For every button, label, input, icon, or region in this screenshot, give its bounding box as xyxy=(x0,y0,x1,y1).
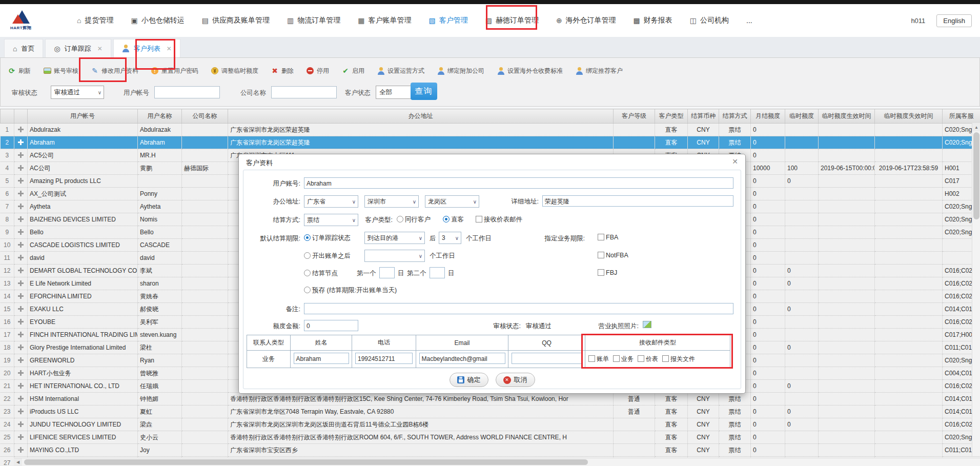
nav-item-1[interactable]: ⌂提货管理 xyxy=(77,16,113,25)
expand-plus-icon[interactable] xyxy=(18,139,24,145)
grid-column-header[interactable]: 用户帐号 xyxy=(28,109,138,124)
expand-plus-icon[interactable] xyxy=(18,255,24,260)
expand-plus-icon[interactable] xyxy=(18,306,24,312)
expand-plus-icon[interactable] xyxy=(18,127,24,132)
mail-type-checkbox-1[interactable]: 账单 xyxy=(588,355,609,362)
language-button[interactable]: English xyxy=(936,14,972,27)
mail-type-checkbox-4[interactable]: 报关文件 xyxy=(662,355,695,362)
expand-plus-icon[interactable] xyxy=(18,421,24,427)
grid-column-header[interactable] xyxy=(1,109,14,124)
prepay-radio[interactable]: 预存 (结算期限:开出账单当天) xyxy=(304,286,397,295)
tab-2[interactable]: ◎订单跟踪✕ xyxy=(45,39,111,57)
expand-plus-icon[interactable] xyxy=(18,216,24,222)
expand-plus-icon[interactable] xyxy=(18,409,24,414)
table-row[interactable]: 23iProducts US LLC夏虹广东省深圳市龙华区7048 Terrap… xyxy=(1,406,980,418)
expand-plus-icon[interactable] xyxy=(18,280,24,286)
expand-plus-icon[interactable] xyxy=(18,345,24,350)
mail-type-checkbox-2[interactable]: 业务 xyxy=(613,355,634,362)
table-row[interactable]: 25LIFENICE SERVICES LIMITED史小云香港特别行政区香港特… xyxy=(1,431,980,444)
grid-column-header[interactable]: 结算币种 xyxy=(688,109,719,124)
query-button[interactable]: 查询 xyxy=(411,83,437,100)
expand-plus-icon[interactable] xyxy=(18,204,24,209)
toolbar-button-11[interactable]: 设置海外仓收费标准 xyxy=(497,67,563,75)
grid-column-header[interactable]: 公司名称 xyxy=(182,109,228,124)
horizontal-scrollbar[interactable]: ◀ xyxy=(14,458,980,466)
table-row[interactable]: 2AbrahamAbraham广东省深圳市龙岗区荣超英隆直客CNY票结0C020… xyxy=(1,136,980,149)
grid-column-header[interactable]: 临时额度生效时间 xyxy=(819,109,875,124)
nav-item-10[interactable]: ◫公司机构 xyxy=(690,16,729,25)
toolbar-button-4[interactable]: !重置用户密码 xyxy=(151,67,198,75)
expand-plus-icon[interactable] xyxy=(18,383,24,389)
account-input[interactable]: Abraham xyxy=(304,177,733,189)
tab-close-icon[interactable]: ✕ xyxy=(97,45,103,52)
contact-email-input[interactable]: Macbeylandtech@gmail xyxy=(419,353,505,364)
toolbar-button-10[interactable]: 绑定附加公司 xyxy=(437,67,484,75)
province-select[interactable]: 广东省∨ xyxy=(304,195,358,208)
district-select[interactable]: 龙岗区∨ xyxy=(425,195,479,208)
second-day-input[interactable] xyxy=(430,267,445,278)
nav-item-3[interactable]: ▤供应商及账单管理 xyxy=(202,16,270,25)
contact-name-input[interactable]: Abraham xyxy=(294,353,349,364)
confirm-button[interactable]: 确定 xyxy=(450,373,488,387)
tab-close-icon[interactable]: ✕ xyxy=(167,45,172,52)
expand-plus-icon[interactable] xyxy=(18,332,24,337)
settle-node-radio[interactable]: 结算节点 xyxy=(304,269,338,278)
nav-item-11[interactable]: ... xyxy=(746,16,752,25)
toolbar-button-6[interactable]: ✖删除 xyxy=(271,67,294,75)
table-row[interactable]: 24JUNDU TECHNOLOGY LIMITED梁垚广东省深圳市龙岗区深圳市… xyxy=(1,418,980,431)
expand-plus-icon[interactable] xyxy=(18,268,24,273)
grid-column-header[interactable]: 用户名称 xyxy=(138,109,182,124)
peer-customer-radio[interactable]: 同行客户 xyxy=(397,215,431,224)
nav-item-2[interactable]: ▣小包仓储转运 xyxy=(131,16,184,25)
remark-input[interactable] xyxy=(304,303,733,314)
contact-qq-input[interactable] xyxy=(512,353,582,364)
fbj-checkbox[interactable]: FBJ xyxy=(598,269,617,276)
vertical-scrollbar[interactable]: ▲ xyxy=(972,123,980,456)
expand-plus-icon[interactable] xyxy=(18,293,24,299)
expand-plus-icon[interactable] xyxy=(18,319,24,325)
expand-plus-icon[interactable] xyxy=(18,165,24,171)
contact-phone-input[interactable]: 19924512711 xyxy=(355,353,413,364)
nav-item-6[interactable]: ▧客户管理 xyxy=(428,16,467,25)
expand-plus-icon[interactable] xyxy=(18,229,24,235)
table-row[interactable]: 22HSM International钟艳媚香港特别行政区香港特别行政区香港特别… xyxy=(1,393,980,406)
close-icon[interactable]: ✕ xyxy=(732,157,738,166)
tab-1[interactable]: ⌂首页 xyxy=(4,39,43,57)
grid-column-header[interactable]: 月结额度 xyxy=(751,109,785,124)
expand-plus-icon[interactable] xyxy=(18,242,24,248)
expand-plus-icon[interactable] xyxy=(18,357,24,363)
bill-after-radio[interactable]: 开出账单之后 xyxy=(304,252,351,260)
nav-item-9[interactable]: ▩财务报表 xyxy=(634,16,672,25)
cancel-button[interactable]: ✕取消 xyxy=(496,373,535,387)
horizontal-scroll-thumb[interactable] xyxy=(24,459,588,465)
grid-column-header[interactable]: 临时额度失效时间 xyxy=(875,109,943,124)
city-select[interactable]: 深圳市∨ xyxy=(364,195,419,208)
nav-item-7[interactable]: ▨赫德订单管理 xyxy=(485,16,539,25)
vertical-scroll-thumb[interactable] xyxy=(973,132,979,219)
notfba-checkbox[interactable]: NotFBA xyxy=(598,252,628,259)
tab-3[interactable]: 客户列表✕ xyxy=(113,39,180,57)
expand-plus-icon[interactable] xyxy=(18,370,24,376)
grid-column-header[interactable]: 临时额度 xyxy=(785,109,819,124)
grid-column-header[interactable]: 办公地址 xyxy=(228,109,614,124)
grid-column-header[interactable]: 客户类型 xyxy=(655,109,688,124)
expand-plus-icon[interactable] xyxy=(18,396,24,401)
grid-column-header[interactable]: 结算方式 xyxy=(719,109,751,124)
scroll-up-icon[interactable]: ▲ xyxy=(972,123,980,131)
business-license-thumbnail[interactable] xyxy=(643,321,651,328)
scroll-left-icon[interactable]: ◀ xyxy=(14,458,22,466)
company-filter-input[interactable] xyxy=(271,86,337,98)
price-mail-checkbox[interactable]: 接收价表邮件 xyxy=(476,215,522,224)
expand-plus-icon[interactable] xyxy=(18,434,24,440)
nav-item-5[interactable]: ▦客户账单管理 xyxy=(358,16,411,25)
nav-item-4[interactable]: ▥物流订单管理 xyxy=(287,16,340,25)
toolbar-button-2[interactable]: 账号审核 xyxy=(43,67,78,75)
toolbar-button-9[interactable]: 设置运营方式 xyxy=(377,67,424,75)
toolbar-button-1[interactable]: ⟳刷新 xyxy=(8,67,31,75)
quota-input[interactable]: 0 xyxy=(304,320,358,331)
detail-address-input[interactable]: 荣超英隆 xyxy=(542,195,733,207)
expand-plus-icon[interactable] xyxy=(18,191,24,196)
toolbar-button-3[interactable]: ✎修改用户资料 xyxy=(91,67,138,75)
grid-column-header[interactable]: 所属客服 xyxy=(943,109,980,124)
mail-type-checkbox-3[interactable]: 价表 xyxy=(638,355,658,362)
